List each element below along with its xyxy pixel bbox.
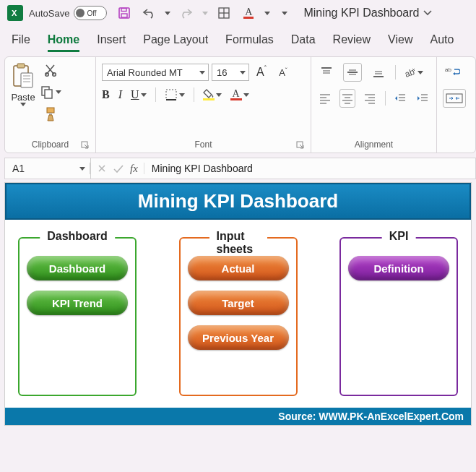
autosave-control[interactable]: AutoSave Off [29,6,107,20]
tab-formulas[interactable]: Formulas [225,33,274,52]
format-painter-icon[interactable] [43,106,58,122]
font-group-label: Font [194,140,212,150]
enter-formula-icon[interactable] [113,163,124,173]
svg-rect-1 [119,8,129,18]
align-middle-icon[interactable] [343,63,362,82]
increase-indent-icon[interactable] [415,89,430,108]
clipboard-dialog-launcher-icon[interactable] [81,141,90,150]
font-color-button[interactable]: A [230,89,249,100]
align-top-icon[interactable] [317,63,336,82]
tab-automate[interactable]: Auto [430,33,454,52]
undo-dropdown-icon[interactable] [165,12,170,15]
card-legend: Dashboard [40,230,115,243]
svg-rect-9 [21,73,33,87]
align-right-icon[interactable] [363,89,378,108]
underline-button[interactable]: U [131,88,147,101]
decrease-indent-icon[interactable] [393,89,408,108]
ribbon: Paste Clipboard Arial Rounded MT 16 [4,56,476,153]
font-color-icon: A [230,89,242,100]
clipboard-group-label: Clipboard [32,140,69,150]
font-family-combo[interactable]: Arial Rounded MT [102,64,209,81]
svg-rect-20 [166,90,176,100]
document-title[interactable]: Mining KPI Dashboard [303,7,432,20]
quick-access-toolbar: A [116,4,287,22]
cut-icon[interactable] [43,63,58,77]
insert-function-button[interactable]: fx [130,163,138,175]
tab-insert[interactable]: Insert [97,33,126,52]
copy-icon[interactable] [40,85,61,99]
card-kpi-wrap: KPI Definition [339,237,458,396]
decrease-font-icon[interactable]: Aˇ [274,63,293,82]
align-left-icon[interactable] [317,89,332,108]
nav-pill-definition[interactable]: Definition [348,256,449,280]
fontcolor-qat-icon[interactable]: A [240,4,257,22]
save-icon[interactable] [116,4,133,22]
group-font: Arial Rounded MT 16 Aˆ Aˇ B I U [96,57,311,153]
qat-customize-icon[interactable] [282,12,287,15]
svg-rect-8 [17,64,25,68]
tab-review[interactable]: Review [333,33,371,52]
title-bar: X AutoSave Off A Minin [0,0,476,23]
paste-button[interactable]: Paste [11,61,35,122]
merge-center-icon[interactable] [443,89,466,108]
autosave-state: Off [87,9,96,17]
tab-file[interactable]: File [12,33,30,52]
svg-text:ab: ab [403,66,416,79]
chevron-down-icon [141,93,147,97]
wrap-text-icon[interactable]: ab [443,63,462,82]
bold-button[interactable]: B [102,88,110,101]
alignment-group-label: Alignment [355,140,393,150]
copy-dropdown-icon [56,90,61,94]
orientation-button[interactable]: ab [403,66,423,79]
nav-pill-target[interactable]: Target [188,291,289,315]
tab-page-layout[interactable]: Page Layout [143,33,208,52]
svg-rect-3 [121,14,127,17]
autosave-label: AutoSave [29,8,69,19]
font-size-combo[interactable]: 16 [212,64,249,81]
chevron-down-icon [240,71,246,74]
nav-pill-actual[interactable]: Actual [188,256,289,280]
formula-input[interactable]: Mining KPI Dashboard [144,163,475,174]
fontcolor-qat-dropdown-icon[interactable] [264,12,270,15]
font-dialog-launcher-icon[interactable] [296,141,305,150]
tab-data[interactable]: Data [291,33,316,52]
paste-dropdown-icon[interactable] [20,103,26,106]
source-footer: Source: WWW.PK-AnExcelExpert.Com [5,408,471,425]
doc-title-chevron-icon [423,10,432,16]
nav-pill-kpi-trend[interactable]: KPI Trend [27,291,128,315]
excel-app-icon: X [7,5,23,21]
nav-pill-dashboard[interactable]: Dashboard [27,256,128,280]
undo-button[interactable] [140,4,157,22]
svg-rect-2 [121,9,126,12]
worksheet-area: Mining KPI Dashboard Dashboard Dashboard… [4,182,472,426]
dashboard-title-banner: Mining KPI Dashboard [5,183,471,220]
cancel-formula-icon[interactable] [97,163,107,173]
autosave-toggle[interactable]: Off [74,6,107,20]
italic-button[interactable]: I [118,88,122,101]
namebox-chevron-icon[interactable] [79,167,85,171]
borders-qat-icon[interactable] [215,4,233,22]
align-center-icon[interactable] [339,89,355,108]
paste-label: Paste [11,92,35,103]
chevron-down-icon [179,93,185,97]
svg-text:X: X [12,9,17,17]
redo-button[interactable] [178,4,195,22]
fill-color-button[interactable] [203,89,222,100]
tab-view[interactable]: View [388,33,412,52]
chevron-down-icon [199,71,205,74]
svg-rect-52 [446,94,462,103]
card-legend: KPI [382,230,416,243]
name-box[interactable]: A1 [5,163,90,174]
card-legend: Input sheets [209,230,267,256]
borders-button[interactable] [165,88,185,101]
card-dashboard-wrap: Dashboard Dashboard KPI Trend [18,237,137,396]
align-bottom-icon[interactable] [369,63,388,82]
toggle-knob [76,9,85,17]
increase-font-icon[interactable]: Aˆ [252,63,271,82]
svg-point-13 [46,73,49,77]
tab-home[interactable]: Home [48,33,79,52]
redo-dropdown-icon[interactable] [202,12,208,15]
chevron-down-icon [216,93,222,97]
nav-pill-previous-year[interactable]: Previous Year [188,325,289,350]
group-clipboard: Paste Clipboard [5,57,96,153]
